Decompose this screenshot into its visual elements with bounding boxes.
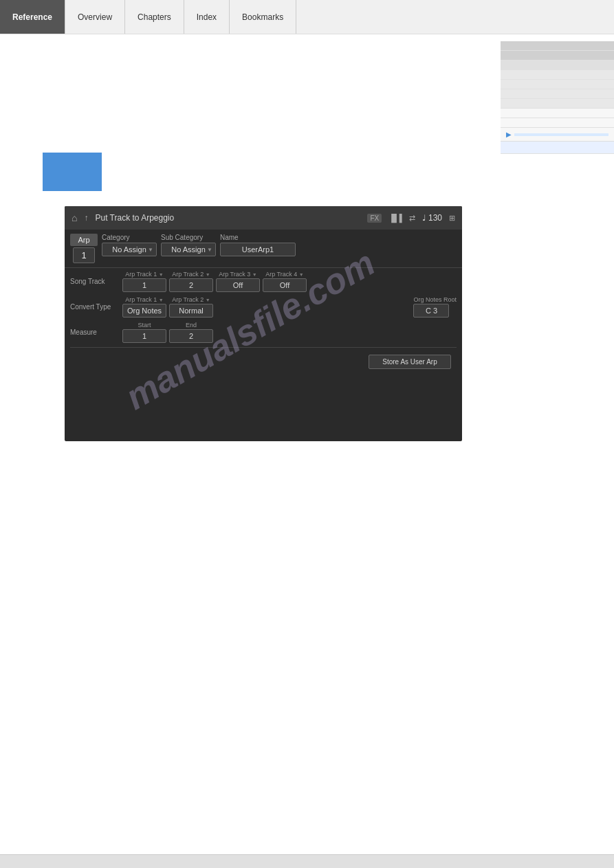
org-notes-root-val[interactable]: C 3 [413, 304, 449, 318]
measure-end-cell: End 2 [169, 322, 213, 343]
arp-track-2-convert-dropdown-icon: ▼ [206, 298, 210, 302]
arp-label: Arp [70, 234, 98, 246]
category-field: Category No Assign ▼ [102, 234, 157, 256]
sidebar-item-7[interactable] [501, 99, 614, 109]
arp-track-4-song-dropdown-icon: ▼ [299, 272, 304, 277]
arp-track-1-song-header: Arp Track 1 ▼ [122, 271, 166, 278]
top-nav-bar: Reference Overview Chapters Index Bookma… [0, 0, 614, 34]
arp-track-2-song-header: Arp Track 2 ▼ [169, 271, 213, 278]
arrow-icon: ▶ [506, 131, 512, 138]
measure-start-header: Start [122, 322, 166, 329]
blue-square [43, 153, 102, 191]
arp-track-1-convert-dropdown-icon: ▼ [159, 298, 164, 302]
bottom-bar [0, 854, 614, 868]
arp-track-4-song: Arp Track 4 ▼ Off [263, 271, 307, 292]
grid-icon[interactable]: ⊞ [449, 214, 455, 223]
subcategory-field: Sub Category No Assign ▼ [161, 234, 216, 256]
store-button-row: Store As User Arp [70, 347, 457, 369]
screenshot-container: ⌂ ↑ Put Track to Arpeggio FX ▐▌▌ ⇄ ♩ 130… [65, 206, 462, 441]
arp-track-3-song: Arp Track 3 ▼ Off [216, 271, 260, 292]
sidebar-item-8[interactable] [501, 109, 614, 118]
measure-row: Measure Start 1 End 2 [70, 322, 457, 343]
arp-track-3-song-dropdown-icon: ▼ [252, 272, 257, 277]
arp-track-2-song-val[interactable]: 2 [169, 278, 213, 292]
arp-track-2-convert-val[interactable]: Normal [169, 304, 213, 318]
store-user-arp-button[interactable]: Store As User Arp [369, 355, 451, 369]
arp-track-3-song-header: Arp Track 3 ▼ [216, 271, 260, 278]
sidebar-item-9[interactable] [501, 118, 614, 128]
arp-track-2-song-dropdown-icon: ▼ [206, 272, 210, 277]
org-notes-root-label: Org Notes Root [413, 296, 457, 303]
home-icon[interactable]: ⌂ [72, 212, 77, 223]
category-dropdown-icon: ▼ [148, 247, 153, 253]
tab-chapters[interactable]: Chapters [125, 0, 184, 34]
sidebar-item-highlighted[interactable]: ▶ [501, 128, 614, 142]
arp-track-1-song-val[interactable]: 1 [122, 278, 166, 292]
arp-row: Arp 1 Category No Assign ▼ Sub Category … [65, 230, 462, 268]
song-track-section: Song Track Arp Track 1 ▼ 1 Arp Track 2 ▼… [65, 268, 462, 372]
arp-track-4-song-val[interactable]: Off [263, 278, 307, 292]
arp-track-1-convert: Arp Track 1 ▼ Org Notes [122, 296, 166, 318]
arp-track-1-convert-header: Arp Track 1 ▼ [122, 296, 166, 303]
right-sidebar: ▶ [501, 41, 614, 154]
measure-start-cell: Start 1 [122, 322, 166, 343]
arp-track-2-convert: Arp Track 2 ▼ Normal [169, 296, 213, 318]
arp-track-1-song: Arp Track 1 ▼ 1 [122, 271, 166, 292]
measure-end-val[interactable]: 2 [169, 329, 213, 343]
header-icons: ▐▌▌ ⇄ [388, 214, 415, 223]
tab-index[interactable]: Index [184, 0, 230, 34]
screenshot-title: Put Track to Arpeggio [95, 213, 360, 223]
song-track-label: Song Track [70, 278, 120, 285]
sidebar-item-2[interactable] [501, 51, 614, 60]
arp-track-2-convert-header: Arp Track 2 ▼ [169, 296, 213, 303]
screenshot-header: ⌂ ↑ Put Track to Arpeggio FX ▐▌▌ ⇄ ♩ 130… [65, 206, 462, 230]
subcategory-value[interactable]: No Assign ▼ [161, 243, 216, 256]
sidebar-highlight-label [514, 133, 608, 136]
bpm-display: ♩ 130 [422, 213, 442, 223]
name-value[interactable]: UserArp1 [220, 243, 296, 256]
sidebar-item-3[interactable] [501, 60, 614, 70]
sidebar-item-11[interactable] [501, 142, 614, 154]
sidebar-item-5[interactable] [501, 80, 614, 89]
measure-end-header: End [169, 322, 213, 329]
connect-icon: ⇄ [409, 214, 415, 223]
bars-icon: ▐▌▌ [388, 214, 404, 223]
arp-track-1-song-dropdown-icon: ▼ [159, 272, 164, 277]
sidebar-item-4[interactable] [501, 70, 614, 80]
category-value[interactable]: No Assign ▼ [102, 243, 157, 256]
measure-label: Measure [70, 329, 120, 336]
song-track-row: Song Track Arp Track 1 ▼ 1 Arp Track 2 ▼… [70, 271, 457, 292]
convert-type-label: Convert Type [70, 303, 120, 311]
arp-track-1-convert-val[interactable]: Org Notes [122, 304, 166, 318]
name-field: Name UserArp1 [220, 234, 296, 256]
fx-badge[interactable]: FX [367, 214, 382, 223]
tab-overview[interactable]: Overview [65, 0, 125, 34]
arp-track-4-song-header: Arp Track 4 ▼ [263, 271, 307, 278]
arp-number[interactable]: 1 [73, 247, 95, 263]
tab-bookmarks[interactable]: Bookmarks [230, 0, 296, 34]
sidebar-item-1[interactable] [501, 41, 614, 51]
subcategory-dropdown-icon: ▼ [207, 247, 212, 253]
arp-track-3-song-val[interactable]: Off [216, 278, 260, 292]
org-notes-root-field: Org Notes Root C 3 [413, 296, 457, 318]
back-icon[interactable]: ↑ [84, 213, 88, 223]
tab-reference[interactable]: Reference [0, 0, 65, 34]
sidebar-item-6[interactable] [501, 89, 614, 99]
arp-track-2-song: Arp Track 2 ▼ 2 [169, 271, 213, 292]
convert-type-row: Convert Type Arp Track 1 ▼ Org Notes Arp… [70, 296, 457, 318]
measure-start-val[interactable]: 1 [122, 329, 166, 343]
